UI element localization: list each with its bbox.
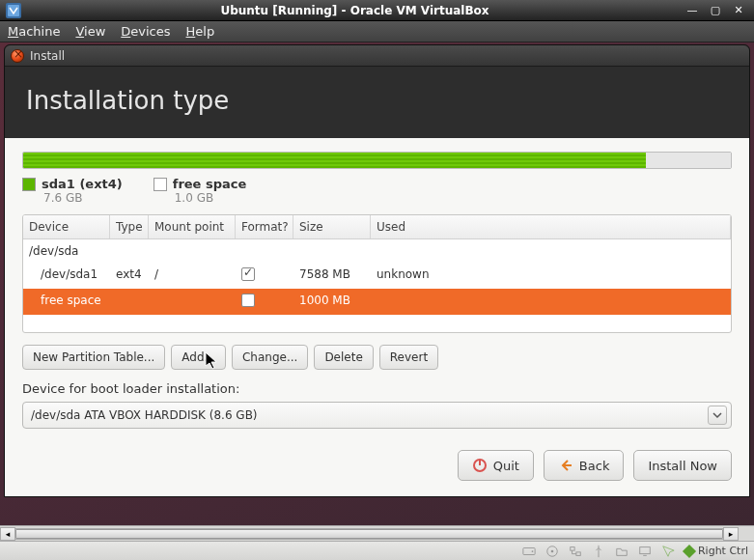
host-key-indicator: Right Ctrl <box>684 545 748 557</box>
partition-table: Device Type Mount point Format? Size Use… <box>22 214 732 333</box>
col-format[interactable]: Format? <box>236 215 293 238</box>
partition-buttons: New Partition Table... Add... Change... … <box>22 345 732 370</box>
install-window-titlebar[interactable]: Install <box>5 45 749 67</box>
format-checkbox[interactable] <box>241 267 255 281</box>
back-arrow-icon <box>558 458 573 473</box>
quit-label: Quit <box>493 459 519 473</box>
optical-icon <box>545 545 559 558</box>
cell-type: ext4 <box>110 263 149 289</box>
cell-device: /dev/sda <box>23 239 110 263</box>
install-window: Install Installation type <box>4 44 750 497</box>
delete-button[interactable]: Delete <box>314 345 373 370</box>
table-header: Device Type Mount point Format? Size Use… <box>23 215 731 239</box>
table-row[interactable]: /dev/sda <box>23 239 731 263</box>
horizontal-scrollbar[interactable]: ◂ ▸ <box>0 525 754 541</box>
revert-button[interactable]: Revert <box>379 345 438 370</box>
install-now-button[interactable]: Install Now <box>633 450 732 481</box>
host-statusbar: Right Ctrl <box>0 541 754 560</box>
footer-buttons: Quit Back Install Now <box>5 438 749 496</box>
cell-used: unknown <box>371 263 731 289</box>
hostkey-label: Right Ctrl <box>698 545 748 557</box>
cell-size: 1000 MB <box>293 289 371 315</box>
minimize-button[interactable]: — <box>683 4 702 17</box>
back-label: Back <box>579 459 610 473</box>
legend-swatch-free <box>154 178 167 191</box>
legend-used-size: 7.6 GB <box>43 191 123 205</box>
chevron-down-icon[interactable] <box>708 406 727 425</box>
back-button[interactable]: Back <box>544 450 625 481</box>
legend-free-label: free space <box>173 177 247 191</box>
maximize-button[interactable]: ▢ <box>706 4 725 17</box>
shared-folder-icon <box>615 545 628 558</box>
col-used[interactable]: Used <box>371 215 731 238</box>
legend-swatch-used <box>22 178 36 191</box>
col-device[interactable]: Device <box>23 215 110 238</box>
new-partition-table-button[interactable]: New Partition Table... <box>22 345 165 370</box>
guest-desktop: Install Installation type <box>0 42 754 541</box>
close-icon[interactable] <box>11 49 24 63</box>
format-checkbox[interactable] <box>241 294 255 307</box>
disk-usage-bar <box>22 152 732 169</box>
menu-machine[interactable]: Machine <box>8 24 60 39</box>
legend-used-label: sda1 (ext4) <box>42 177 123 191</box>
page-header: Installation type <box>5 67 749 138</box>
quit-button[interactable]: Quit <box>458 450 534 481</box>
page-title: Installation type <box>26 86 728 115</box>
host-menubar: Machine View Devices Help <box>0 21 754 42</box>
menu-help[interactable]: Help <box>186 24 215 39</box>
disk-segment-used <box>23 153 646 168</box>
cell-device: free space <box>23 289 110 315</box>
change-button[interactable]: Change... <box>232 345 308 370</box>
scroll-left-button[interactable]: ◂ <box>0 527 15 541</box>
cell-used <box>371 289 731 315</box>
bootloader-select[interactable]: /dev/sda ATA VBOX HARDDISK (8.6 GB) <box>22 402 732 429</box>
cell-type <box>110 289 149 315</box>
bootloader-value: /dev/sda ATA VBOX HARDDISK (8.6 GB) <box>31 408 708 422</box>
svg-point-8 <box>551 549 554 552</box>
close-button[interactable]: ✕ <box>729 4 748 17</box>
hostkey-diamond-icon <box>683 544 696 557</box>
menu-view[interactable]: View <box>75 24 105 39</box>
install-window-title: Install <box>30 49 65 63</box>
bootloader-label: Device for boot loader installation: <box>22 381 732 396</box>
usb-icon <box>592 545 605 558</box>
display-icon <box>638 545 652 558</box>
svg-rect-11 <box>640 546 651 553</box>
table-row[interactable]: free space 1000 MB <box>23 289 731 315</box>
menu-devices[interactable]: Devices <box>121 24 170 39</box>
col-mount[interactable]: Mount point <box>149 215 236 238</box>
cell-mount <box>149 289 236 315</box>
vbox-icon <box>6 3 21 18</box>
col-size[interactable]: Size <box>293 215 371 238</box>
host-titlebar: Ubuntu [Running] - Oracle VM VirtualBox … <box>0 0 754 21</box>
hdd-icon <box>522 545 536 558</box>
network-icon <box>569 545 582 558</box>
mouse-integration-icon <box>661 545 675 558</box>
host-window-title: Ubuntu [Running] - Oracle VM VirtualBox <box>27 4 683 17</box>
cell-mount: / <box>149 263 236 289</box>
scroll-right-button[interactable]: ▸ <box>723 527 739 541</box>
svg-point-6 <box>532 550 534 552</box>
disk-legend: sda1 (ext4) 7.6 GB free space 1.0 GB <box>22 177 732 205</box>
svg-rect-9 <box>571 546 574 550</box>
cell-size: 7588 MB <box>293 263 371 289</box>
svg-rect-10 <box>576 551 580 555</box>
legend-free-size: 1.0 GB <box>175 191 247 205</box>
col-type[interactable]: Type <box>110 215 149 238</box>
power-icon <box>472 458 488 473</box>
cell-device: /dev/sda1 <box>23 263 110 289</box>
add-button[interactable]: Add... <box>171 345 226 370</box>
disk-segment-free <box>646 153 731 168</box>
table-row[interactable]: /dev/sda1 ext4 / 7588 MB unknown <box>23 263 731 289</box>
